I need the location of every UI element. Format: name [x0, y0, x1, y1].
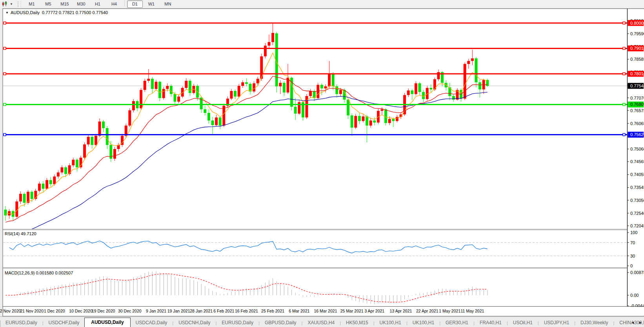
candle-body — [53, 176, 56, 184]
price-axis-tick-label: 0.72045 — [630, 223, 644, 228]
date-axis-label: 22 Apr 2021 — [416, 309, 438, 313]
date-axis-label: 9 Jan 2021 — [146, 309, 166, 313]
chart-canvas[interactable]: 0.801000.795900.790850.785850.780800.775… — [0, 0, 644, 327]
date-axis-label: 3 Apr 2021 — [364, 309, 384, 313]
date-axis-label: 28 Jan 2021 — [190, 309, 213, 313]
chart-tab-eurusd-daily[interactable]: EURUSD,Daily — [0, 318, 42, 327]
chart-tab-usdchf-daily[interactable]: USDCHF,Daily — [44, 318, 85, 327]
candle-body — [61, 167, 64, 173]
candle-body — [309, 91, 312, 96]
candle-body — [31, 192, 33, 199]
candle-body — [95, 136, 97, 145]
candle-body — [132, 101, 135, 110]
mt4-terminal-window: ▼ M1M5M15M30H1H4D1W1MN 0.801000.795900.7… — [0, 0, 644, 327]
rsi-indicator-label: RSI(14) 49.7120 — [5, 231, 36, 236]
candle-body — [271, 33, 274, 42]
chart-tab-hk50-m15[interactable]: HK50,M15 — [341, 318, 373, 327]
candle-body — [204, 109, 206, 113]
candle-body — [38, 183, 41, 191]
candle-body — [437, 72, 440, 79]
chart-tab-usdcad-daily[interactable]: USDCAD,Daily — [131, 318, 173, 327]
candle-body — [332, 74, 335, 86]
date-axis-label: 6 Feb 2021 — [213, 309, 234, 313]
chart-tab-fra40-h1[interactable]: FRA40,H1 — [475, 318, 507, 327]
line-handle-right[interactable] — [623, 47, 625, 49]
candle-body — [351, 115, 353, 127]
candle-body — [264, 45, 267, 56]
chart-tab-eurusd-daily[interactable]: EURUSD,Daily — [216, 318, 258, 327]
candle-body — [392, 119, 395, 121]
candle-body — [268, 42, 271, 45]
chart-ohlc-values: 0.77772 0.77821 0.77500 0.77540 — [42, 10, 108, 15]
line-handle-left[interactable] — [4, 47, 6, 49]
rsi-axis-tick-label: 100 — [630, 230, 637, 235]
candle-body — [245, 82, 248, 84]
price-axis-tick-label: 0.73050 — [630, 198, 644, 203]
chart-tab-dj30-weekly[interactable]: DJ30,Weekly — [575, 318, 613, 327]
candle-body — [369, 120, 372, 125]
candle-body — [174, 94, 176, 102]
chart-tab-uk100-h1[interactable]: UK100,H1 — [375, 318, 406, 327]
price-axis-tick-label: 0.78585 — [630, 57, 644, 62]
candle-body — [215, 118, 218, 125]
price-axis-background[interactable] — [628, 9, 644, 306]
date-axis-label: 13 Apr 2021 — [390, 309, 412, 313]
line-handle-right[interactable] — [623, 22, 625, 24]
chart-tab-usdcnh-daily[interactable]: USDCNH,Daily — [173, 318, 215, 327]
tab-scroll-arrows: ◄ ► — [631, 320, 642, 325]
candle-body — [219, 118, 222, 126]
chart-tab-uk100-h1[interactable]: UK100,H1 — [408, 318, 439, 327]
candle-body — [234, 91, 236, 96]
candle-body — [320, 85, 323, 88]
candle-body — [222, 106, 225, 126]
candle-body — [347, 100, 349, 115]
chart-tab-bar: EURUSD,Daily|USDCHF,DailyAUDUSD,DailyUSD… — [0, 316, 644, 327]
candle-body — [407, 91, 410, 95]
candle-body — [283, 83, 286, 93]
date-axis-label: 25 Feb 2021 — [261, 309, 284, 313]
candle-body — [64, 167, 67, 174]
chart-tab-gbpusd-daily[interactable]: GBPUSD,Daily — [260, 318, 302, 327]
candle-body — [91, 137, 93, 145]
chart-title: ▼AUDUSD,Daily 0.77772 0.77821 0.77500 0.… — [5, 10, 108, 15]
candle-body — [317, 85, 319, 98]
chart-tab-audusd-daily[interactable]: AUDUSD,Daily — [84, 318, 130, 327]
triangle-down-icon[interactable]: ▼ — [5, 11, 9, 15]
candle-body — [162, 89, 165, 98]
line-handle-right[interactable] — [623, 133, 625, 136]
chart-symbol: AUDUSD,Daily — [11, 10, 40, 15]
line-handle-right[interactable] — [623, 73, 625, 75]
candle-body — [113, 149, 116, 159]
scroll-right-arrow-icon[interactable]: ► — [639, 320, 642, 325]
candle-body — [19, 194, 22, 201]
candle-body — [238, 86, 240, 96]
scroll-left-arrow-icon[interactable]: ◄ — [631, 320, 635, 325]
line-handle-left[interactable] — [4, 103, 6, 105]
candle-body — [87, 137, 90, 144]
line-handle-left[interactable] — [4, 133, 6, 136]
line-handle-left[interactable] — [4, 73, 6, 75]
line-handle-left[interactable] — [4, 22, 6, 24]
candle-body — [415, 84, 417, 94]
price-axis-tick-label: 0.76065 — [630, 121, 644, 126]
date-axis-label: 16 Feb 2021 — [235, 309, 258, 313]
candle-body — [140, 90, 142, 108]
bid-price-label: 0.77540 — [630, 84, 644, 88]
chart-tab-usoil-h1[interactable]: USOil,H1 — [508, 318, 538, 327]
candle-body — [354, 116, 357, 128]
chart-tab-xauusd-h4[interactable]: XAUUSD,H4 — [302, 318, 340, 327]
candle-body — [207, 113, 210, 120]
candle-body — [328, 74, 331, 86]
line-handle-right[interactable] — [623, 103, 625, 105]
candle-body — [388, 119, 391, 123]
chart-tab-ger30-h1[interactable]: GER30,H1 — [440, 318, 473, 327]
candle-body — [158, 82, 161, 98]
chart-tab-usdjpy-h1[interactable]: USDJPY,H1 — [539, 318, 574, 327]
candle-body — [80, 158, 82, 167]
candle-body — [4, 210, 7, 216]
date-axis-label: 6 Mar 2021 — [289, 309, 309, 313]
candle-body — [366, 116, 368, 125]
date-axis-label: 12 Nov 2020 — [0, 309, 21, 313]
price-axis-tick-label: 0.79590 — [630, 31, 644, 36]
candle-body — [362, 116, 365, 121]
